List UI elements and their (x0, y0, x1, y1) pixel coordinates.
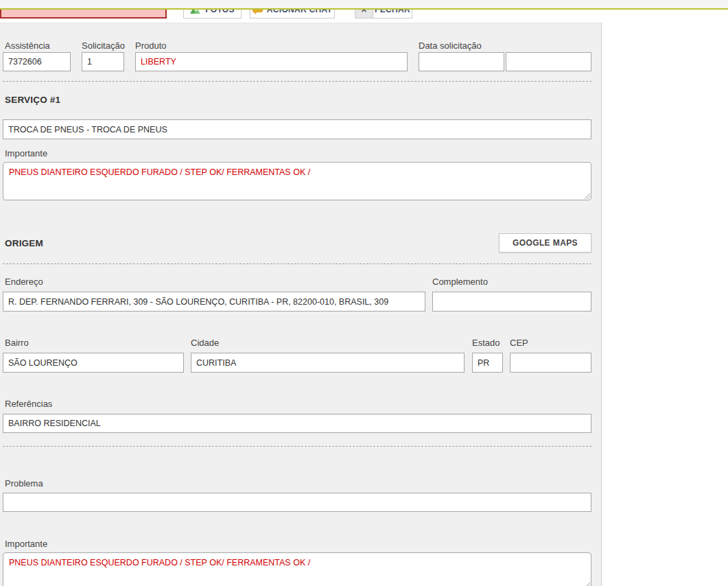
estado-input[interactable] (472, 353, 503, 373)
endereco-input[interactable] (3, 292, 425, 312)
cep-input[interactable] (510, 353, 591, 373)
assistencia-label: Assistência (5, 40, 50, 51)
complemento-input[interactable] (432, 292, 591, 312)
estado-label: Estado (472, 338, 500, 348)
screen: FOTOS ACIONAR CHAT ✕ FECHAR Assistência … (0, 0, 728, 586)
bairro-label: Bairro (5, 338, 29, 348)
servico-heading: SERVIÇO #1 (5, 95, 60, 105)
servico-input[interactable] (3, 119, 591, 139)
importante2-label: Importante (5, 539, 47, 549)
bairro-input[interactable] (3, 353, 184, 373)
solicitacao-input[interactable] (82, 52, 124, 71)
importante-label: Importante (5, 148, 47, 159)
importante-textarea[interactable]: PNEUS DIANTEIRO ESQUERDO FURADO / STEP O… (3, 162, 591, 200)
cidade-input[interactable] (191, 353, 465, 373)
header-bar (0, 0, 728, 10)
importante2-textarea[interactable]: PNEUS DIANTEIRO ESQUERDO FURADO / STEP O… (3, 552, 591, 586)
data-solicitacao-time-input[interactable] (506, 52, 591, 71)
referencias-input[interactable] (3, 414, 591, 433)
origem-heading: ORIGEM (5, 238, 43, 248)
referencias-label: Referências (5, 399, 52, 409)
solicitacao-label: Solicitação (82, 40, 125, 51)
produto-label: Produto (135, 40, 167, 51)
separator (3, 263, 591, 264)
produto-input[interactable] (135, 52, 408, 71)
cidade-label: Cidade (191, 338, 219, 348)
data-solicitacao-date-input[interactable] (419, 52, 504, 71)
data-solicitacao-label: Data solicitação (419, 40, 482, 51)
cep-label: CEP (510, 338, 528, 348)
endereco-label: Endereço (5, 277, 43, 287)
problema-label: Problema (5, 478, 43, 489)
separator (3, 446, 591, 447)
assistencia-input[interactable] (3, 52, 71, 71)
form-panel: Assistência Solicitação Produto Data sol… (0, 23, 602, 586)
problema-input[interactable] (3, 493, 591, 512)
complemento-label: Complemento (432, 277, 488, 287)
google-maps-button[interactable]: GOOGLE MAPS (499, 233, 591, 253)
separator (3, 81, 591, 82)
